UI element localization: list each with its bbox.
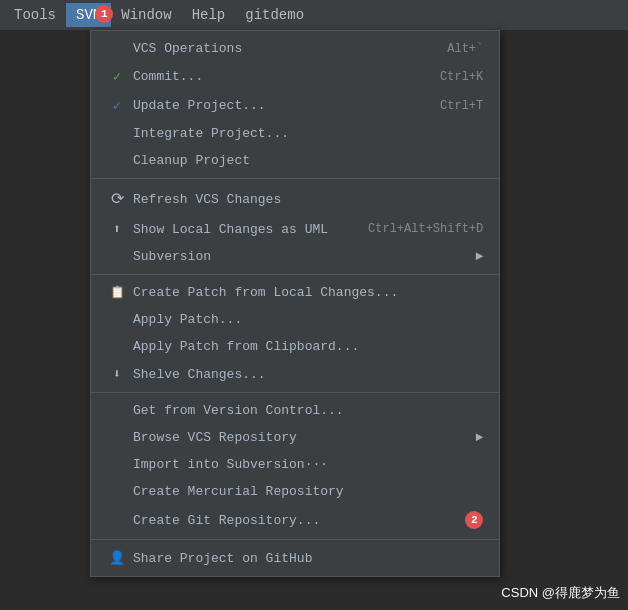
section-4: Get from Version Control... Browse VCS R…	[91, 393, 499, 540]
commit-shortcut: Ctrl+K	[400, 70, 483, 84]
cleanup-project-label: Cleanup Project	[133, 153, 483, 168]
integrate-project-label: Integrate Project...	[133, 126, 483, 141]
apply-patch-item[interactable]: Apply Patch...	[91, 306, 499, 333]
create-patch-label: Create Patch from Local Changes...	[133, 285, 483, 300]
menu-window[interactable]: Window	[111, 3, 181, 27]
vcs-operations-item[interactable]: VCS Operations Alt+`	[91, 35, 499, 62]
vcs-operations-label: VCS Operations	[133, 41, 407, 56]
apply-patch-label: Apply Patch...	[133, 312, 483, 327]
get-from-version-control-item[interactable]: Get from Version Control...	[91, 397, 499, 424]
share-project-github-icon: 👤	[107, 550, 127, 566]
watermark: CSDN @得鹿梦为鱼	[501, 584, 620, 602]
menu-help[interactable]: Help	[182, 3, 236, 27]
shelve-changes-item[interactable]: ⬇ Shelve Changes...	[91, 360, 499, 388]
refresh-vcs-icon: ⟳	[107, 189, 127, 209]
apply-patch-clipboard-item[interactable]: Apply Patch from Clipboard...	[91, 333, 499, 360]
menu-gitdemo[interactable]: gitdemo	[235, 3, 314, 27]
commit-icon: ✓	[107, 68, 127, 85]
commit-label: Commit...	[133, 69, 400, 84]
share-project-github-label: Share Project on GitHub	[133, 551, 483, 566]
get-from-version-control-label: Get from Version Control...	[133, 403, 483, 418]
section-2: ⟳ Refresh VCS Changes ⬆ Show Local Chang…	[91, 179, 499, 275]
integrate-project-item[interactable]: Integrate Project...	[91, 120, 499, 147]
commit-item[interactable]: ✓ Commit... Ctrl+K	[91, 62, 499, 91]
show-local-changes-icon: ⬆	[107, 221, 127, 237]
cleanup-project-item[interactable]: Cleanup Project	[91, 147, 499, 174]
share-project-github-item[interactable]: 👤 Share Project on GitHub	[91, 544, 499, 572]
menu-bar: Tools SVN 1 Window Help gitdemo	[0, 0, 628, 30]
update-project-label: Update Project...	[133, 98, 400, 113]
create-git-repository-item[interactable]: Create Git Repository... 2	[91, 505, 499, 535]
subversion-item[interactable]: Subversion ►	[91, 243, 499, 270]
section-1: VCS Operations Alt+` ✓ Commit... Ctrl+K …	[91, 31, 499, 179]
shelve-changes-icon: ⬇	[107, 366, 127, 382]
menu-tools[interactable]: Tools	[4, 3, 66, 27]
subversion-arrow-icon: ►	[475, 249, 483, 264]
browse-vcs-repository-label: Browse VCS Repository	[133, 430, 475, 445]
show-local-changes-shortcut: Ctrl+Alt+Shift+D	[328, 222, 483, 236]
create-mercurial-item[interactable]: Create Mercurial Repository	[91, 478, 499, 505]
subversion-label: Subversion	[133, 249, 475, 264]
shelve-changes-label: Shelve Changes...	[133, 367, 483, 382]
refresh-vcs-item[interactable]: ⟳ Refresh VCS Changes	[91, 183, 499, 215]
apply-patch-clipboard-label: Apply Patch from Clipboard...	[133, 339, 483, 354]
create-git-repository-label: Create Git Repository...	[133, 513, 459, 528]
browse-vcs-repository-item[interactable]: Browse VCS Repository ►	[91, 424, 499, 451]
create-patch-icon: 📋	[107, 285, 127, 300]
update-project-item[interactable]: ✓ Update Project... Ctrl+T	[91, 91, 499, 120]
menu-svn[interactable]: SVN 1	[66, 3, 111, 27]
svn-dropdown-menu: VCS Operations Alt+` ✓ Commit... Ctrl+K …	[90, 30, 500, 577]
section-3: 📋 Create Patch from Local Changes... App…	[91, 275, 499, 393]
import-into-subversion-item[interactable]: Import into Subversion···	[91, 451, 499, 478]
show-local-changes-label: Show Local Changes as UML	[133, 222, 328, 237]
update-project-icon: ✓	[107, 97, 127, 114]
create-patch-item[interactable]: 📋 Create Patch from Local Changes...	[91, 279, 499, 306]
import-into-subversion-label: Import into Subversion···	[133, 457, 483, 472]
git-repository-badge-2: 2	[465, 511, 483, 529]
create-mercurial-label: Create Mercurial Repository	[133, 484, 483, 499]
update-project-shortcut: Ctrl+T	[400, 99, 483, 113]
section-5: 👤 Share Project on GitHub	[91, 540, 499, 576]
show-local-changes-item[interactable]: ⬆ Show Local Changes as UML Ctrl+Alt+Shi…	[91, 215, 499, 243]
browse-vcs-arrow-icon: ►	[475, 430, 483, 445]
vcs-operations-shortcut: Alt+`	[407, 42, 483, 56]
refresh-vcs-label: Refresh VCS Changes	[133, 192, 483, 207]
